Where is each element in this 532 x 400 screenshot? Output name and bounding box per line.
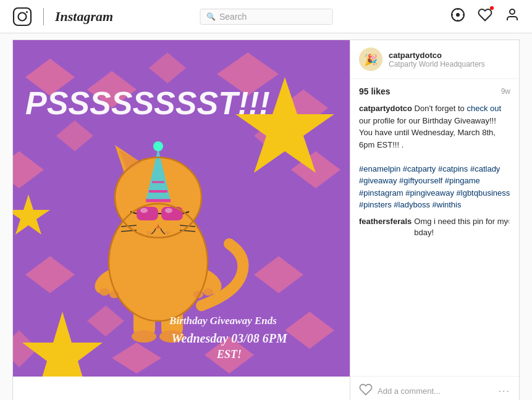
svg-point-2 [26, 11, 28, 13]
instagram-logo-icon [12, 7, 32, 27]
svg-point-60 [203, 288, 213, 296]
post-user-info: catpartydotco Catparty World Headquarter… [389, 51, 485, 69]
svg-point-52 [146, 231, 151, 235]
caption-link[interactable]: check out [467, 104, 501, 113]
svg-rect-0 [14, 8, 31, 25]
svg-point-63 [132, 330, 156, 343]
svg-point-40 [153, 141, 163, 151]
svg-point-8 [457, 14, 459, 16]
header: Instagram 🔍 [0, 0, 532, 33]
more-options-button[interactable]: ··· [499, 386, 510, 397]
comment-input[interactable] [378, 386, 494, 396]
search-input[interactable] [219, 12, 318, 22]
post-body: 95 likes 9w catpartydotco Don't forget t… [350, 79, 519, 376]
post-info-panel: 🎉 catpartydotco Catparty World Headquart… [350, 40, 519, 400]
logo-text: Instagram [55, 9, 113, 25]
comment-item: feathersferals Omg i need this pin for m… [359, 216, 510, 238]
search-area: 🔍 [200, 9, 332, 25]
post-header: 🎉 catpartydotco Catparty World Headquart… [350, 40, 519, 79]
caption-text-2: our profile for our Birthday Giveaway!!!… [359, 116, 496, 149]
svg-point-1 [19, 12, 27, 20]
comment-author[interactable]: feathersferals [359, 216, 412, 227]
compass-icon[interactable] [450, 7, 465, 26]
likes-count: 95 likes [359, 86, 391, 96]
post-subtitle: Catparty World Headquarters [389, 60, 485, 69]
svg-text:🎉: 🎉 [364, 53, 378, 67]
post-container: PSSSSSSSST!!! [12, 40, 520, 400]
heart-icon[interactable] [478, 7, 492, 26]
logo-divider [43, 8, 44, 25]
post-image-svg: PSSSSSSSST!!! [13, 40, 350, 377]
post-footer: ··· [350, 376, 519, 400]
post-caption: catpartydotco Don't forget to check out … [359, 102, 510, 211]
svg-point-9 [510, 9, 515, 14]
post-username[interactable]: catpartydotco [389, 51, 485, 60]
close-comment-button[interactable]: × [505, 216, 510, 228]
avatar: 🎉 [359, 48, 382, 71]
notification-dot [490, 6, 494, 10]
post-image: PSSSSSSSST!!! [13, 40, 350, 377]
svg-text:EST!: EST! [216, 348, 242, 360]
comment-text: Omg i need this pin for my bday! [414, 216, 510, 238]
time-ago: 9w [501, 87, 510, 96]
svg-point-46 [140, 208, 148, 213]
caption-author[interactable]: catpartydotco [359, 104, 412, 113]
profile-icon[interactable] [505, 7, 520, 26]
svg-text:Wednesday 03/08 6PM: Wednesday 03/08 6PM [171, 331, 288, 346]
like-button[interactable] [359, 383, 373, 399]
search-icon: 🔍 [206, 12, 216, 21]
svg-text:PSSSSSSSST!!!: PSSSSSSSST!!! [25, 85, 270, 121]
logo-area: Instagram [12, 7, 113, 27]
svg-point-47 [165, 208, 172, 213]
likes-row: 95 likes 9w [359, 86, 510, 96]
header-icons [450, 7, 520, 26]
caption-hashtags: #enamelpin #catparty #catpins #catlady #… [359, 164, 510, 210]
caption-text-1: Don't forget to [412, 104, 467, 113]
svg-point-53 [165, 231, 170, 235]
svg-rect-41 [137, 207, 158, 220]
svg-text:Birthday Giveaway Ends: Birthday Giveaway Ends [169, 315, 277, 327]
svg-point-57 [99, 288, 109, 296]
search-box: 🔍 [200, 9, 332, 25]
